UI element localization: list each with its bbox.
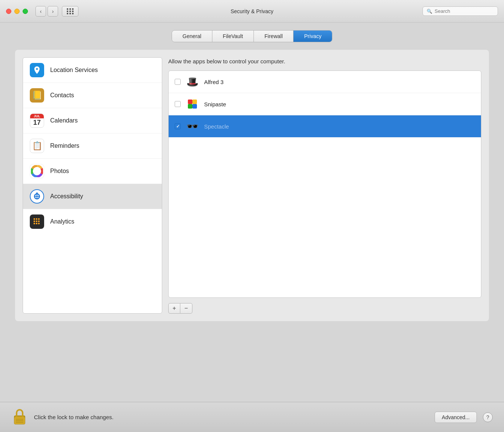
advanced-button[interactable]: Advanced... xyxy=(435,412,477,423)
window-title: Security & Privacy xyxy=(230,8,274,14)
sidebar-item-photos[interactable]: Photos xyxy=(23,159,162,184)
sidebar-item-contacts[interactable]: 📒 Contacts xyxy=(23,83,162,108)
grid-icon xyxy=(67,8,74,14)
svg-rect-9 xyxy=(36,218,37,220)
add-app-button[interactable]: + xyxy=(168,303,180,314)
app-row-spectacle[interactable]: 🕶️ Spectacle xyxy=(169,115,481,138)
grid-view-button[interactable] xyxy=(62,6,78,17)
svg-rect-21 xyxy=(192,104,197,109)
svg-rect-10 xyxy=(38,218,40,220)
sidebar-label-calendars: Calendars xyxy=(50,117,78,124)
nav-buttons: ‹ › xyxy=(35,6,58,17)
lock-icon xyxy=(13,409,26,426)
sidebar-label-accessibility: Accessibility xyxy=(50,193,83,200)
search-box[interactable]: 🔍 xyxy=(423,6,498,16)
sidebar-label-reminders: Reminders xyxy=(50,142,79,149)
svg-rect-15 xyxy=(36,223,37,224)
window-controls xyxy=(6,9,28,14)
sidebar-label-location: Location Services xyxy=(50,67,98,74)
back-button[interactable]: ‹ xyxy=(35,6,46,17)
svg-rect-18 xyxy=(188,100,192,104)
tabs-row: General FileVault Firewall Privacy xyxy=(15,30,489,42)
lock-label: Click the lock to make changes. xyxy=(34,414,429,420)
search-input[interactable] xyxy=(435,8,494,14)
help-button[interactable]: ? xyxy=(483,412,493,422)
sidebar-label-analytics: Analytics xyxy=(50,218,74,225)
sidebar-item-analytics[interactable]: Analytics xyxy=(23,209,162,234)
app-row-alfred[interactable]: 🎩 Alfred 3 xyxy=(169,71,481,93)
add-remove-row: + − xyxy=(168,303,481,314)
spectacle-name: Spectacle xyxy=(204,123,229,130)
forward-button[interactable]: › xyxy=(48,6,58,17)
snipaste-icon xyxy=(186,98,199,110)
calendars-icon: JUL 17 xyxy=(30,113,44,128)
right-panel: Allow the apps below to control your com… xyxy=(168,57,481,314)
panel: Location Services 📒 Contacts JUL 17 Cale… xyxy=(15,50,489,321)
sidebar-item-calendars[interactable]: JUL 17 Calendars xyxy=(23,108,162,133)
close-button[interactable] xyxy=(6,9,11,14)
tab-general[interactable]: General xyxy=(172,31,212,42)
app-row-snipaste[interactable]: Snipaste xyxy=(169,93,481,115)
search-icon: 🔍 xyxy=(427,9,432,14)
minimize-button[interactable] xyxy=(14,9,20,14)
sidebar-item-accessibility[interactable]: Accessibility xyxy=(23,184,162,209)
bottom-bar: Click the lock to make changes. Advanced… xyxy=(0,402,504,432)
location-services-icon xyxy=(30,63,44,77)
sidebar-label-photos: Photos xyxy=(50,168,69,175)
analytics-icon xyxy=(30,214,44,229)
alfred-name: Alfred 3 xyxy=(204,79,224,85)
tab-filevault[interactable]: FileVault xyxy=(212,31,254,42)
svg-rect-12 xyxy=(36,221,37,222)
spectacle-icon: 🕶️ xyxy=(186,120,199,133)
remove-app-button[interactable]: − xyxy=(180,303,192,314)
svg-rect-16 xyxy=(38,223,40,224)
svg-rect-8 xyxy=(34,218,35,220)
tab-firewall[interactable]: Firewall xyxy=(254,31,293,42)
tab-group: General FileVault Firewall Privacy xyxy=(172,30,332,42)
tab-privacy[interactable]: Privacy xyxy=(293,31,332,42)
main-content: General FileVault Firewall Privacy Locat… xyxy=(0,23,504,402)
photos-icon xyxy=(30,164,44,178)
snipaste-checkbox[interactable] xyxy=(175,101,181,107)
right-description: Allow the apps below to control your com… xyxy=(168,57,481,65)
lock-button[interactable] xyxy=(11,407,28,427)
alfred-icon: 🎩 xyxy=(186,75,199,88)
app-list: 🎩 Alfred 3 Snipast xyxy=(168,70,481,298)
spectacle-checkbox[interactable] xyxy=(175,123,181,129)
reminders-icon: 📋 xyxy=(30,139,44,153)
svg-rect-19 xyxy=(192,100,197,104)
svg-rect-11 xyxy=(34,221,35,222)
maximize-button[interactable] xyxy=(23,9,28,14)
sidebar-item-reminders[interactable]: 📋 Reminders xyxy=(23,133,162,159)
svg-rect-14 xyxy=(34,223,35,224)
svg-point-1 xyxy=(35,169,39,173)
alfred-checkbox[interactable] xyxy=(175,79,181,85)
contacts-icon: 📒 xyxy=(30,88,44,103)
sidebar-item-location[interactable]: Location Services xyxy=(23,58,162,83)
titlebar: ‹ › Security & Privacy 🔍 xyxy=(0,0,504,23)
accessibility-icon xyxy=(30,189,44,204)
sidebar: Location Services 📒 Contacts JUL 17 Cale… xyxy=(23,57,162,314)
svg-rect-20 xyxy=(188,104,192,109)
sidebar-label-contacts: Contacts xyxy=(50,92,74,99)
snipaste-name: Snipaste xyxy=(204,101,226,107)
svg-rect-13 xyxy=(38,221,40,222)
